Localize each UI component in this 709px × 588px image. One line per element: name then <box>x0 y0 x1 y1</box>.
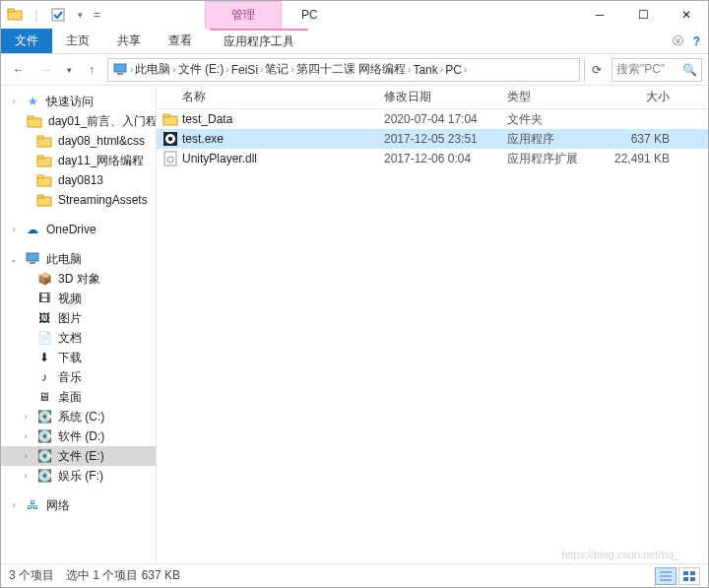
file-row[interactable]: test_Data2020-07-04 17:04文件夹 <box>157 109 708 129</box>
network-icon: 🖧 <box>25 497 40 513</box>
search-icon[interactable]: 🔍 <box>682 63 697 77</box>
star-icon: ★ <box>25 94 40 109</box>
search-input[interactable]: 搜索"PC" 🔍 <box>612 58 702 82</box>
recent-dropdown[interactable]: ▾ <box>62 58 76 82</box>
sidebar-item[interactable]: day08_html&css <box>1 131 156 151</box>
breadcrumb-segment[interactable]: FeiSi <box>231 63 258 77</box>
sidebar-item[interactable]: day11_网络编程 <box>1 151 156 170</box>
svg-rect-1 <box>8 9 14 12</box>
svg-rect-12 <box>37 175 43 178</box>
breadcrumb[interactable]: › 此电脑›文件 (E:)›FeiSi›笔记›第四十二课 网络编程›Tank›P… <box>107 58 580 82</box>
status-selection: 选中 1 个项目 637 KB <box>66 567 180 584</box>
sidebar-item[interactable]: 🎞视频 <box>1 289 156 308</box>
item-icon: 💽 <box>36 428 52 444</box>
checkbox-icon[interactable] <box>50 7 66 23</box>
file-icon <box>162 131 178 147</box>
sidebar-quick-access[interactable]: ›★快速访问 <box>1 92 156 111</box>
svg-rect-30 <box>690 577 695 581</box>
sidebar-item[interactable]: ›💽娱乐 (F:) <box>1 466 156 486</box>
icons-view-button[interactable] <box>678 567 700 585</box>
ribbon-expand-icon[interactable]: ⓥ <box>673 33 683 48</box>
folder-icon <box>36 133 52 149</box>
ribbon-context-header: 管理 <box>205 1 282 29</box>
sidebar-item[interactable]: day01_前言、入门程序 <box>1 111 156 131</box>
chevron-right-icon[interactable]: › <box>290 64 293 75</box>
breadcrumb-segment[interactable]: Tank <box>413 63 437 77</box>
folder-icon <box>27 113 42 129</box>
details-view-button[interactable] <box>655 567 677 585</box>
item-icon: 💽 <box>36 468 52 484</box>
sidebar-item[interactable]: 🖥桌面 <box>1 387 156 407</box>
file-row[interactable]: UnityPlayer.dll2017-12-06 0:04应用程序扩展22,4… <box>157 149 708 168</box>
breadcrumb-segment[interactable]: 第四十二课 网络编程 <box>296 61 406 78</box>
file-name: test.exe <box>182 132 384 146</box>
svg-rect-4 <box>117 73 123 75</box>
file-date: 2017-12-06 0:04 <box>384 152 507 165</box>
svg-rect-6 <box>28 116 33 119</box>
sidebar-network[interactable]: ›🖧网络 <box>1 495 156 515</box>
tab-view[interactable]: 查看 <box>155 29 206 53</box>
qat-overflow-icon[interactable]: = <box>94 8 100 22</box>
window-title: PC <box>301 1 318 29</box>
item-icon: 💽 <box>36 448 52 464</box>
sidebar-item[interactable]: 📄文档 <box>1 328 156 348</box>
tab-file[interactable]: 文件 <box>1 29 52 53</box>
sidebar-this-pc[interactable]: ⌄此电脑 <box>1 249 156 269</box>
svg-rect-29 <box>683 577 688 581</box>
item-icon: 📄 <box>36 330 52 346</box>
chevron-right-icon[interactable]: › <box>172 64 175 75</box>
minimize-button[interactable]: ─ <box>578 1 621 29</box>
col-date[interactable]: 修改日期 <box>384 89 507 105</box>
status-count: 3 个项目 <box>9 567 54 584</box>
tab-share[interactable]: 共享 <box>103 29 155 53</box>
help-icon[interactable]: ? <box>693 34 700 48</box>
sidebar-item[interactable]: StreamingAssets <box>1 190 156 210</box>
sidebar-item[interactable]: ⬇下载 <box>1 348 156 367</box>
chevron-right-icon[interactable]: › <box>226 64 228 75</box>
pc-icon <box>112 63 128 77</box>
item-icon: 📦 <box>36 271 52 287</box>
sidebar-item[interactable]: day0813 <box>1 170 156 190</box>
sidebar-item[interactable]: 📦3D 对象 <box>1 269 156 289</box>
col-size[interactable]: 大小 <box>601 89 679 105</box>
sidebar-item[interactable]: ›💽文件 (E:) <box>1 446 156 466</box>
folder-icon <box>36 153 52 168</box>
chevron-right-icon[interactable]: › <box>440 64 443 75</box>
sidebar-item[interactable]: ›💽系统 (C:) <box>1 407 156 426</box>
breadcrumb-segment[interactable]: 笔记 <box>265 61 289 78</box>
column-header: 名称 修改日期 类型 大小 <box>157 86 708 109</box>
item-icon: 🎞 <box>36 291 52 306</box>
qat-dropdown-icon[interactable]: ▾ <box>72 7 88 23</box>
sidebar-item[interactable]: ♪音乐 <box>1 367 156 387</box>
sidebar-item[interactable]: 🖼图片 <box>1 308 156 328</box>
col-type[interactable]: 类型 <box>507 89 601 105</box>
file-date: 2017-12-05 23:51 <box>384 132 507 146</box>
chevron-right-icon[interactable]: › <box>260 64 263 75</box>
item-icon: 🖥 <box>36 389 52 405</box>
chevron-right-icon[interactable]: › <box>464 64 467 75</box>
folder-icon <box>36 192 52 208</box>
breadcrumb-segment[interactable]: 此电脑 <box>135 61 170 78</box>
sidebar-item[interactable]: ›💽软件 (D:) <box>1 426 156 446</box>
back-button[interactable]: ← <box>7 58 31 82</box>
breadcrumb-segment[interactable]: 文件 (E:) <box>178 61 225 78</box>
chevron-right-icon[interactable]: › <box>130 64 133 75</box>
up-button[interactable]: ↑ <box>80 58 103 82</box>
refresh-button[interactable]: ⟳ <box>584 58 608 82</box>
close-button[interactable]: ✕ <box>665 1 708 29</box>
search-placeholder: 搜索"PC" <box>616 61 665 78</box>
svg-rect-10 <box>37 156 43 159</box>
svg-rect-8 <box>37 136 43 139</box>
col-name[interactable]: 名称 <box>162 89 384 105</box>
sidebar-onedrive[interactable]: ›☁OneDrive <box>1 220 156 239</box>
tab-app-tools[interactable]: 应用程序工具 <box>210 29 308 53</box>
file-row[interactable]: test.exe2017-12-05 23:51应用程序637 KB <box>157 129 708 149</box>
file-date: 2020-07-04 17:04 <box>384 112 507 126</box>
file-icon <box>162 111 178 127</box>
svg-rect-14 <box>37 195 43 198</box>
breadcrumb-segment[interactable]: PC <box>445 63 462 77</box>
pc-icon <box>25 251 40 267</box>
chevron-right-icon[interactable]: › <box>408 64 411 75</box>
tab-home[interactable]: 主页 <box>52 29 103 53</box>
maximize-button[interactable]: ☐ <box>621 1 665 29</box>
